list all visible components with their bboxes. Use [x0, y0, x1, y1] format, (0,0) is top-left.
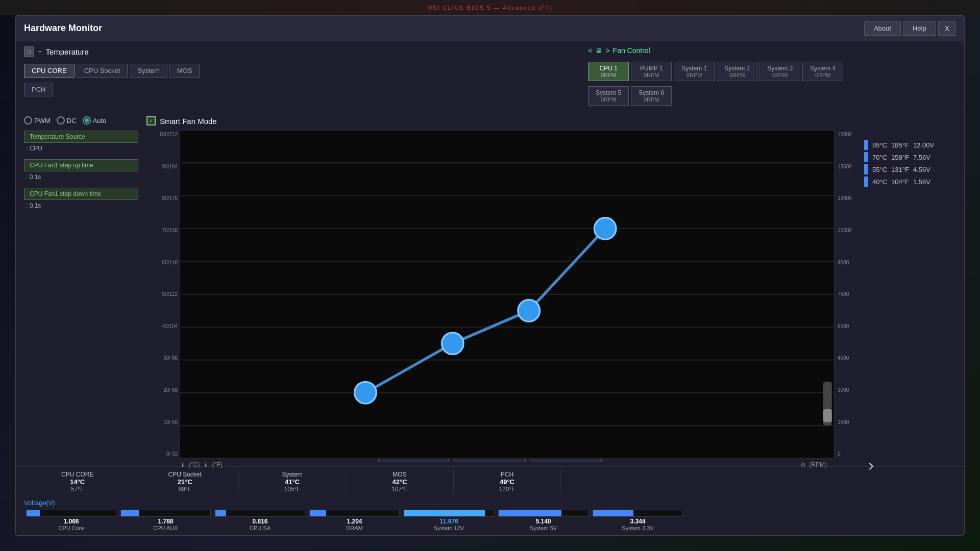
rpm-unit: (RPM): [809, 461, 827, 468]
legend-v-4: 1.56V: [913, 178, 930, 186]
voltage-cpu-core: 1.066 CPU Core: [24, 510, 118, 531]
svg-rect-12: [823, 409, 832, 422]
fan-tab-pump1[interactable]: PUMP 1 0RPM: [631, 62, 672, 81]
y-label-6: 40/104: [149, 323, 178, 329]
rpm-label-8: 3000: [838, 387, 857, 393]
legend-item-3: 55°C 131°F 4.56V: [864, 164, 956, 174]
y-label-2: 80/176: [149, 195, 178, 201]
tab-system[interactable]: System: [130, 64, 167, 78]
y-label-1: 90/194: [149, 164, 178, 169]
curve-point-2[interactable]: [442, 333, 463, 355]
legend-item-4: 40°C 104°F 1.56V: [864, 177, 956, 187]
auto-radio[interactable]: Auto: [83, 116, 107, 124]
breadcrumb-arrow: >: [605, 46, 609, 55]
monitor-system: System 41°C 105°F: [239, 470, 346, 494]
y-label-3: 70/158: [149, 228, 178, 233]
thermometer-f-icon: 🌡: [203, 461, 209, 468]
fan-icon: 🖥: [595, 46, 602, 55]
rpm-label-10: 0: [838, 451, 857, 457]
y-label-0: 100/212: [149, 132, 178, 137]
y-label-10: 0/ 32: [149, 451, 178, 457]
rpm-label-9: 1500: [838, 419, 857, 425]
close-button[interactable]: X: [938, 21, 956, 36]
temp-source-group: Temperature Source : CPU: [24, 131, 138, 153]
temp-unit-f: (°F): [212, 461, 222, 468]
legend-c-3: 55°C: [872, 166, 887, 173]
legend-f-2: 158°F: [891, 154, 909, 161]
thermometer-c-icon: 🌡: [180, 461, 186, 468]
fan-tab-cpu1[interactable]: CPU 1 0RPM: [588, 62, 629, 81]
voltage-system-12v: 11.976 System 12V: [402, 510, 496, 531]
curve-point-1[interactable]: [355, 382, 377, 404]
temp-legend: 85°C 185°F 12.00V 70°C 158°F 7.56V: [864, 130, 956, 470]
dc-radio[interactable]: DC: [57, 116, 77, 124]
step-up-label[interactable]: CPU Fan1 step up time: [24, 159, 138, 171]
voltage-system-5v: 5.140 System 5V: [496, 510, 591, 531]
smart-fan-checkbox[interactable]: ✓: [146, 116, 156, 126]
rpm-label-2: 12000: [838, 195, 857, 201]
y-label-9: 10/ 50: [149, 419, 178, 425]
collapse-icon[interactable]: □: [24, 46, 34, 57]
voltage-dram: 1.204 DRAM: [307, 510, 402, 531]
voltage-system-33v: 3.344 System 3.3V: [591, 510, 685, 531]
legend-f-1: 185°F: [891, 141, 909, 149]
fan-tab-system2[interactable]: System 2 0RPM: [717, 62, 757, 81]
monitor-temps: CPU CORE 14°C 57°F CPU Socket 21°C 69°F …: [24, 470, 956, 494]
fan-tab-system3[interactable]: System 3 0RPM: [760, 62, 800, 81]
breadcrumb: < 🖥 > Fan Control: [588, 46, 650, 55]
fan-control-title: Fan Control: [613, 46, 650, 55]
temp-source-value: : CPU: [24, 144, 138, 153]
legend-f-4: 104°F: [891, 178, 909, 186]
step-down-group: CPU Fan1 step down time : 0.1s: [24, 188, 138, 210]
about-button[interactable]: About: [864, 21, 901, 36]
temperature-title: Temperature: [45, 47, 88, 56]
tab-mos[interactable]: MOS: [169, 64, 200, 78]
back-arrow[interactable]: <: [588, 46, 592, 55]
rpm-icon: ⚙: [800, 461, 806, 468]
legend-f-3: 131°F: [891, 166, 909, 173]
legend-item-2: 70°C 158°F 7.56V: [864, 152, 956, 162]
legend-c-2: 70°C: [872, 154, 887, 161]
help-button[interactable]: Help: [903, 21, 936, 36]
monitoring-section: CPU CORE 14°C 57°F CPU Socket 21°C 69°F …: [16, 466, 964, 498]
fan-tab-system5[interactable]: System 5 0RPM: [588, 86, 629, 106]
voltage-section: Voltage(V) 1.066 CPU Core 1.788 CPU AUX: [16, 498, 964, 535]
fan-speed-tabs: CPU 1 0RPM PUMP 1 0RPM System 1 0RPM Sys…: [588, 62, 956, 81]
fan-tab-system4[interactable]: System 4 0RPM: [802, 62, 843, 81]
rpm-label-6: 6000: [838, 323, 857, 329]
voltage-bars: 1.066 CPU Core 1.788 CPU AUX 0.816 CPU S…: [24, 510, 956, 531]
curve-point-4[interactable]: [594, 218, 616, 240]
y-label-7: 30/ 86: [149, 355, 178, 361]
monitor-mos: MOS 42°C 107°F: [346, 470, 453, 494]
y-label-4: 60/140: [149, 260, 178, 265]
rpm-label-4: 9000: [838, 260, 857, 265]
step-down-label[interactable]: CPU Fan1 step down time: [24, 188, 138, 200]
legend-c-1: 85°C: [872, 141, 887, 149]
temperature-section: □ ~ Temperature CPU CORE CPU Socket Syst…: [24, 46, 200, 96]
fan-curve-chart[interactable]: [180, 130, 834, 459]
step-up-value: : 0.1s: [24, 172, 138, 182]
legend-v-3: 4.56V: [913, 166, 930, 173]
legend-v-1: 12.00V: [913, 141, 934, 149]
fan-tab-system6[interactable]: System 6 0RPM: [631, 86, 672, 106]
rpm-label-3: 10500: [838, 228, 857, 233]
step-down-value: : 0.1s: [24, 201, 138, 210]
fan-control-section: < 🖥 > Fan Control CPU 1 0RPM PUMP 1 0RPM…: [588, 46, 956, 106]
tab-cpu-core[interactable]: CPU CORE: [24, 64, 75, 78]
rpm-label-7: 4500: [838, 355, 857, 361]
monitor-cpu-socket: CPU Socket 21°C 69°F: [131, 470, 238, 494]
tab-pch[interactable]: PCH: [24, 83, 53, 96]
voltage-cpu-sa: 0.816 CPU SA: [213, 510, 307, 531]
voltage-label: Voltage(V): [24, 499, 956, 507]
curve-point-3[interactable]: [518, 299, 540, 321]
y-label-5: 50/122: [149, 291, 178, 297]
window-title: Hardware Monitor: [24, 23, 102, 34]
legend-v-2: 7.56V: [913, 154, 930, 161]
pwm-radio[interactable]: PWM: [24, 116, 51, 124]
fan-tab-system1[interactable]: System 1 0RPM: [674, 62, 715, 81]
voltage-cpu-aux: 1.788 CPU AUX: [118, 510, 213, 531]
temperature-tabs: CPU CORE CPU Socket System MOS: [24, 64, 200, 78]
temp-source-label[interactable]: Temperature Source: [24, 131, 138, 143]
tab-cpu-socket[interactable]: CPU Socket: [77, 64, 128, 78]
rpm-label-5: 7500: [838, 291, 857, 297]
